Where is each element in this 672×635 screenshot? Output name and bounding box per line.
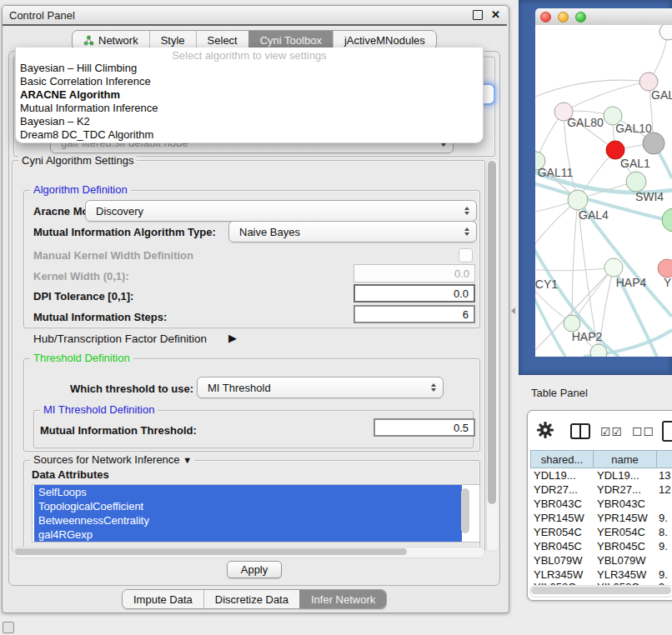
network-node[interactable] bbox=[662, 208, 672, 232]
cell-name[interactable]: YDL19... bbox=[594, 469, 657, 482]
cell-value[interactable] bbox=[657, 498, 672, 510]
tab-cyni-toolbox[interactable]: Cyni Toolbox bbox=[248, 31, 333, 49]
cell-shared-name[interactable]: YPR145W bbox=[530, 512, 594, 524]
algorithm-dropdown-popup: Select algorithm to view settings Bayesi… bbox=[15, 48, 484, 143]
cell-value[interactable]: 13 bbox=[657, 469, 672, 482]
network-node-hap2[interactable] bbox=[564, 315, 580, 332]
splitter-collapse-icon[interactable] bbox=[511, 308, 515, 314]
manual-kernel-width-checkbox[interactable] bbox=[459, 248, 473, 262]
list-item-selfloops[interactable]: SelfLoops bbox=[34, 485, 462, 499]
cell-value[interactable]: 12 bbox=[657, 483, 672, 496]
cell-name[interactable]: YBL079W bbox=[594, 554, 657, 567]
mi-steps-field[interactable]: 6 bbox=[354, 305, 475, 323]
close-traffic-light-icon[interactable] bbox=[540, 12, 551, 22]
tab-network[interactable]: Network bbox=[73, 31, 149, 49]
cell-value[interactable]: 8. bbox=[657, 526, 672, 538]
apply-button[interactable]: Apply bbox=[227, 561, 282, 578]
tab-select[interactable]: Select bbox=[196, 31, 248, 49]
cell-name[interactable]: YBR043C bbox=[594, 498, 657, 510]
cell-shared-name[interactable]: YBL079W bbox=[530, 554, 594, 567]
tab-network-label: Network bbox=[98, 34, 138, 47]
table-row[interactable]: YDL19... YDL19... 13 bbox=[530, 469, 672, 482]
cell-name[interactable]: YER054C bbox=[594, 526, 657, 538]
list-scrollbar-thumb[interactable] bbox=[461, 488, 469, 533]
kernel-width-field[interactable]: 0.0 bbox=[354, 264, 475, 282]
cell-value[interactable]: 9. bbox=[657, 568, 672, 581]
sources-collapse-arrow-icon[interactable]: ▼ bbox=[183, 455, 192, 465]
which-threshold-combobox[interactable]: MI Threshold bbox=[197, 377, 444, 398]
minimized-panel-icon[interactable] bbox=[3, 622, 14, 633]
deselect-checks-icon[interactable]: ☐☐ bbox=[632, 425, 654, 438]
network-canvas[interactable]: GAL GAL80 GAL10 GAL1 GAL11 SWI4 GAL4 GCY… bbox=[535, 25, 672, 357]
tab-discretize-data[interactable]: Discretize Data bbox=[203, 590, 299, 608]
data-attributes-list[interactable]: SelfLoops TopologicalCoefficient Between… bbox=[32, 484, 480, 542]
gear-icon[interactable] bbox=[537, 422, 554, 438]
network-window-titlebar bbox=[535, 8, 672, 25]
network-node-swi4[interactable] bbox=[626, 172, 646, 192]
tab-impute-data[interactable]: Impute Data bbox=[123, 590, 203, 608]
column-header-clipped[interactable] bbox=[656, 450, 672, 468]
popup-item-aracne[interactable]: ARACNE Algorithm bbox=[16, 88, 483, 102]
column-header-name[interactable]: name bbox=[593, 450, 657, 468]
popup-item-bayesian-hill-climbing[interactable]: Bayesian – Hill Climbing bbox=[16, 62, 483, 75]
table-row[interactable]: YLR345W YLR345W 9. bbox=[530, 568, 672, 581]
network-edge bbox=[572, 200, 578, 323]
cell-shared-name[interactable]: YLR345W bbox=[530, 568, 594, 581]
cell-name[interactable]: YBR045C bbox=[594, 540, 657, 552]
mi-threshold-field[interactable]: 0.5 bbox=[374, 418, 475, 437]
table-row[interactable]: YBL079W YBL079W bbox=[530, 554, 672, 567]
settings-horizontal-scrollbar[interactable] bbox=[13, 547, 485, 558]
popup-item-basic-correlation[interactable]: Basic Correlation Inference bbox=[16, 75, 483, 88]
settings-vertical-scrollbar-thumb[interactable] bbox=[488, 161, 496, 504]
network-node[interactable] bbox=[590, 344, 607, 357]
table-row[interactable]: YDR27... YDR27... 12 bbox=[530, 483, 672, 496]
close-icon[interactable]: ✕ bbox=[491, 11, 500, 19]
cell-name[interactable]: YPR145W bbox=[594, 512, 657, 524]
table-row[interactable]: YPR145W YPR145W 9. bbox=[530, 512, 672, 524]
list-item-gal4rgexp[interactable]: gal4RGexp bbox=[34, 528, 462, 542]
table-row[interactable]: YBR043C YBR043C bbox=[530, 498, 672, 510]
table-row[interactable]: YBR045C YBR045C 9. bbox=[530, 540, 672, 552]
minimize-traffic-light-icon[interactable] bbox=[558, 12, 569, 22]
table-row[interactable]: YER054C YER054C 8. bbox=[530, 526, 672, 538]
node-label: HAP4 bbox=[616, 276, 647, 289]
tab-style[interactable]: Style bbox=[149, 31, 196, 49]
network-node-hap4[interactable] bbox=[604, 258, 623, 277]
cell-value[interactable] bbox=[657, 554, 672, 567]
zoom-traffic-light-icon[interactable] bbox=[575, 12, 586, 22]
popup-item-dream8[interactable]: Dream8 DC_TDC Algorithm bbox=[16, 128, 483, 142]
settings-horizontal-scrollbar-thumb[interactable] bbox=[15, 548, 407, 555]
dpi-tolerance-field[interactable]: 0.0 bbox=[354, 284, 475, 302]
table-horizontal-scrollbar[interactable] bbox=[529, 585, 672, 598]
network-node[interactable] bbox=[658, 259, 672, 278]
cell-value[interactable]: 9. bbox=[657, 540, 672, 552]
select-all-checks-icon[interactable]: ☑☑ bbox=[600, 425, 623, 438]
tab-infer-network[interactable]: Infer Network bbox=[299, 590, 386, 608]
network-node-gal4[interactable] bbox=[568, 190, 588, 210]
cell-name[interactable]: YLR345W bbox=[594, 568, 657, 581]
float-window-icon[interactable] bbox=[473, 10, 483, 20]
settings-vertical-scrollbar[interactable] bbox=[486, 158, 499, 552]
network-node[interactable] bbox=[643, 132, 664, 154]
cell-value[interactable]: 9. bbox=[657, 512, 672, 524]
dpi-tolerance-label: DPI Tolerance [0,1]: bbox=[33, 290, 133, 302]
tab-jactivemnodules[interactable]: jActiveMNodules bbox=[333, 31, 436, 49]
cell-name[interactable]: YDR27... bbox=[594, 483, 657, 496]
column-header-shared-name[interactable]: shared... bbox=[530, 450, 594, 468]
list-item-betweennesscentrality[interactable]: BetweennessCentrality bbox=[34, 513, 462, 528]
popup-item-mutual-information[interactable]: Mutual Information Inference bbox=[16, 102, 483, 115]
aracne-mode-combobox[interactable]: Discovery bbox=[85, 200, 477, 222]
cell-shared-name[interactable]: YER054C bbox=[530, 526, 594, 538]
hub-expander-arrow-icon[interactable]: ▶ bbox=[228, 332, 237, 344]
table-horizontal-scrollbar-thumb[interactable] bbox=[531, 587, 671, 594]
cell-shared-name[interactable]: YBR043C bbox=[530, 498, 594, 510]
split-columns-icon[interactable] bbox=[570, 423, 590, 439]
cell-shared-name[interactable]: YDL19... bbox=[530, 469, 594, 482]
list-item-topologicalcoefficient[interactable]: TopologicalCoefficient bbox=[34, 499, 462, 513]
network-node[interactable] bbox=[659, 25, 672, 40]
popup-item-bayesian-k2[interactable]: Bayesian – K2 bbox=[16, 115, 483, 128]
cell-shared-name[interactable]: YBR045C bbox=[530, 540, 594, 552]
document-icon[interactable] bbox=[662, 421, 672, 442]
mi-algorithm-type-combobox[interactable]: Naive Bayes bbox=[228, 221, 477, 242]
cell-shared-name[interactable]: YDR27... bbox=[530, 483, 594, 496]
